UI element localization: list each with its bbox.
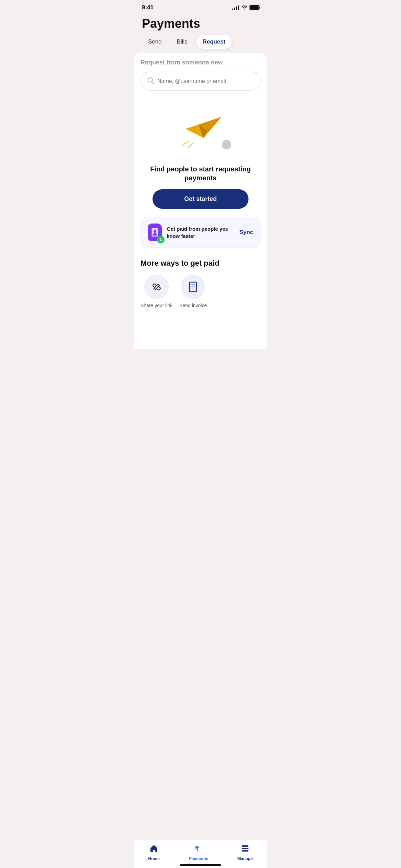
tab-request[interactable]: Request [196, 35, 232, 49]
svg-line-3 [188, 143, 193, 147]
status-icons [232, 5, 259, 11]
svg-line-2 [183, 141, 189, 145]
more-ways-title: More ways to get paid [141, 259, 260, 268]
tabs: Send Bills Request [142, 35, 259, 49]
way-item-share-link[interactable]: Share your link [141, 275, 172, 308]
main-content: Request from someone new Find people to … [134, 53, 267, 349]
dot-decoration [222, 140, 231, 149]
ways-grid: Share your link Send invoice [141, 275, 260, 308]
tab-bills[interactable]: Bills [171, 35, 194, 49]
share-link-label: Share your link [141, 303, 172, 308]
sync-card-text: Get paid from people you know faster [167, 225, 239, 240]
page-title: Payments [142, 16, 259, 31]
svg-point-12 [154, 230, 156, 233]
send-invoice-icon [181, 275, 205, 299]
paper-plane-illustration [141, 101, 260, 156]
search-input[interactable] [157, 78, 254, 84]
sync-refresh-icon: ↻ [157, 236, 165, 243]
wifi-icon [241, 5, 247, 11]
battery-icon [250, 5, 259, 10]
request-subtitle: Request from someone new [141, 53, 260, 72]
status-time: 9:41 [142, 4, 154, 11]
search-icon [147, 77, 154, 85]
send-invoice-label: Send invoice [179, 303, 207, 308]
contacts-icon: ↻ [148, 224, 162, 241]
share-link-icon [144, 275, 169, 299]
way-item-send-invoice[interactable]: Send invoice [179, 275, 207, 308]
sync-card-left: ↻ Get paid from people you know faster [148, 224, 239, 241]
sync-card: ↻ Get paid from people you know faster S… [141, 217, 260, 248]
header: Payments Send Bills Request [134, 14, 267, 49]
status-bar: 9:41 [134, 0, 267, 14]
tab-send[interactable]: Send [142, 35, 168, 49]
search-bar[interactable] [141, 72, 260, 91]
signal-bars-icon [232, 5, 239, 10]
sync-button[interactable]: Sync [239, 229, 253, 236]
svg-line-1 [152, 82, 154, 83]
more-ways-section: More ways to get paid Share your link [141, 257, 260, 308]
get-started-button[interactable]: Get started [153, 189, 248, 209]
find-people-text: Find people to start requesting payments [141, 165, 260, 182]
